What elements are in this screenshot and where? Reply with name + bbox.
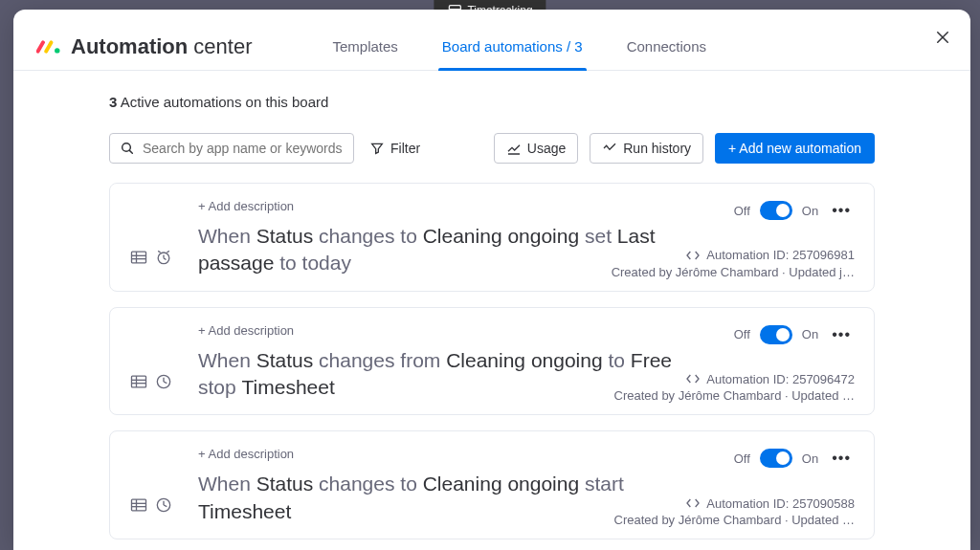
- search-box[interactable]: [109, 133, 354, 164]
- toggle-on-label: On: [802, 327, 818, 341]
- card-menu-button[interactable]: •••: [828, 326, 855, 343]
- card-type-icons: [129, 323, 179, 402]
- clock-icon: [154, 372, 173, 391]
- brand-area: Automation center: [36, 34, 252, 59]
- search-input[interactable]: [143, 141, 344, 156]
- svg-line-14: [158, 251, 161, 253]
- card-menu-button[interactable]: •••: [828, 202, 855, 219]
- automation-card[interactable]: + Add description When Status changes fr…: [109, 307, 875, 416]
- svg-rect-16: [132, 376, 146, 387]
- clock-icon: [154, 495, 173, 515]
- usage-icon: [506, 141, 522, 156]
- board-icon: [129, 495, 148, 515]
- code-icon: [685, 248, 701, 263]
- filter-icon: [369, 141, 385, 156]
- svg-line-13: [164, 258, 167, 260]
- card-meta: Automation ID: 257096981 Created by Jérô…: [612, 248, 855, 279]
- board-icon: [129, 372, 148, 391]
- run-history-button[interactable]: Run history: [590, 133, 703, 164]
- automation-card[interactable]: + Add description When Status changes to…: [109, 183, 875, 292]
- card-controls: Off On •••: [734, 201, 855, 220]
- svg-line-29: [164, 505, 167, 507]
- brand-title: Automation center: [71, 34, 252, 59]
- run-history-icon: [602, 141, 617, 156]
- enable-toggle[interactable]: [760, 325, 792, 344]
- search-icon: [120, 141, 135, 156]
- filter-button[interactable]: Filter: [366, 134, 424, 163]
- tab-templates[interactable]: Templates: [328, 23, 401, 70]
- card-controls: Off On •••: [734, 449, 855, 468]
- enable-toggle[interactable]: [760, 449, 792, 468]
- svg-line-22: [164, 382, 167, 384]
- content-area: 3 Active automations on this board Filte…: [13, 71, 970, 550]
- enable-toggle[interactable]: [760, 201, 792, 220]
- toggle-off-label: Off: [734, 204, 750, 218]
- toggle-on-label: On: [802, 204, 818, 218]
- card-meta: Automation ID: 257090588 Created by Jérô…: [614, 495, 855, 527]
- monday-logo-icon: [36, 37, 63, 56]
- usage-button[interactable]: Usage: [494, 133, 578, 164]
- card-type-icons: [129, 447, 179, 525]
- modal-header: Automation center Templates Board automa…: [13, 10, 970, 71]
- toolbar: Filter Usage Run history + Add new autom…: [109, 133, 875, 164]
- card-meta: Automation ID: 257096472 Created by Jérô…: [614, 371, 855, 403]
- code-icon: [685, 371, 701, 386]
- svg-line-15: [167, 251, 169, 253]
- code-icon: [685, 495, 701, 511]
- automation-center-modal: Automation center Templates Board automa…: [13, 10, 970, 550]
- svg-line-6: [129, 150, 132, 153]
- toggle-on-label: On: [802, 451, 818, 466]
- board-icon: [129, 248, 148, 267]
- svg-rect-7: [132, 252, 146, 263]
- active-summary: 3 Active automations on this board: [109, 94, 875, 110]
- toggle-off-label: Off: [734, 327, 750, 341]
- svg-rect-23: [132, 499, 146, 511]
- automation-card[interactable]: + Add description When Status changes to…: [109, 430, 875, 539]
- card-controls: Off On •••: [734, 325, 855, 344]
- card-type-icons: [129, 199, 179, 277]
- tabs: Templates Board automations / 3 Connecti…: [328, 23, 710, 70]
- alarm-icon: [154, 248, 173, 267]
- tab-board-automations[interactable]: Board automations / 3: [438, 23, 587, 70]
- close-button[interactable]: [934, 29, 951, 51]
- add-automation-button[interactable]: + Add new automation: [715, 133, 875, 164]
- card-menu-button[interactable]: •••: [828, 450, 855, 467]
- svg-point-2: [55, 48, 59, 53]
- toggle-off-label: Off: [734, 451, 750, 466]
- tab-connections[interactable]: Connections: [623, 23, 710, 70]
